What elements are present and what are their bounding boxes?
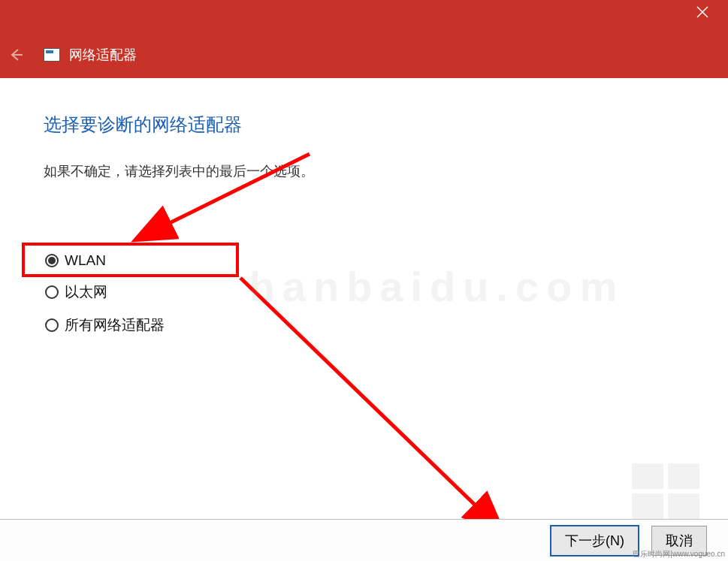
radio-icon xyxy=(45,318,59,332)
windows-logo-watermark xyxy=(626,457,708,525)
svg-rect-4 xyxy=(632,463,663,489)
content-area: 选择要诊断的网络适配器 如果不确定，请选择列表中的最后一个选项。 WLAN 以太… xyxy=(0,78,728,335)
next-button[interactable]: 下一步(N) xyxy=(550,525,639,556)
adapter-options: WLAN 以太网 所有网络适配器 xyxy=(44,252,684,335)
footer-bar: 下一步(N) 取消 xyxy=(0,519,728,561)
radio-icon xyxy=(45,254,59,267)
svg-rect-5 xyxy=(668,463,699,489)
back-button[interactable] xyxy=(8,47,24,63)
adapter-icon xyxy=(44,48,60,62)
page-heading: 选择要诊断的网络适配器 xyxy=(44,113,684,137)
svg-rect-6 xyxy=(632,493,663,519)
option-all-adapters[interactable]: 所有网络适配器 xyxy=(45,315,684,335)
close-button[interactable] xyxy=(696,6,714,24)
svg-rect-7 xyxy=(668,493,699,519)
window-header: 网络适配器 xyxy=(0,0,728,78)
option-wlan[interactable]: WLAN xyxy=(45,252,684,269)
instruction-text: 如果不确定，请选择列表中的最后一个选项。 xyxy=(44,162,684,180)
back-arrow-icon xyxy=(8,47,24,63)
site-watermark: 巴乐时尚网|www.vogueo.cn xyxy=(633,549,725,559)
option-ethernet[interactable]: 以太网 xyxy=(45,282,684,302)
window-title: 网络适配器 xyxy=(69,46,137,64)
option-label: WLAN xyxy=(65,252,106,269)
radio-icon xyxy=(45,285,59,299)
option-label: 所有网络适配器 xyxy=(65,315,165,335)
option-label: 以太网 xyxy=(65,282,107,302)
close-icon xyxy=(696,6,708,18)
